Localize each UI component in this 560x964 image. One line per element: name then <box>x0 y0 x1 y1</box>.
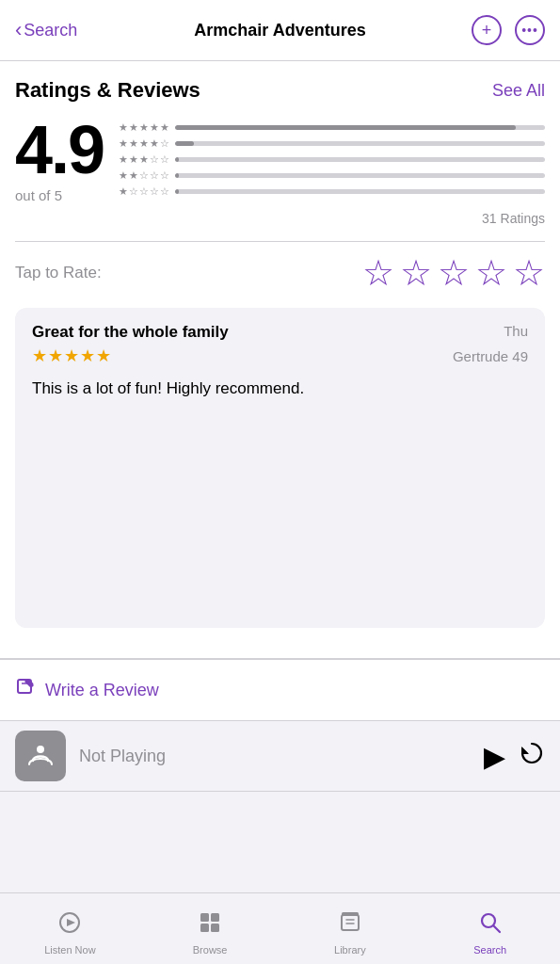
write-review-section[interactable]: Write a Review <box>0 659 560 720</box>
bottom-spacer <box>0 792 560 863</box>
tab-bar: Listen Now Browse Library <box>0 892 560 964</box>
svg-rect-6 <box>211 913 219 922</box>
more-button[interactable]: ••• <box>515 15 545 45</box>
search-icon <box>478 910 503 940</box>
rate-star-2[interactable]: ☆ <box>400 255 432 291</box>
review-star-5: ★ <box>96 345 111 366</box>
page-title: Armchair Adventures <box>109 21 451 40</box>
ratings-title: Ratings & Reviews <box>15 78 200 103</box>
svg-rect-8 <box>211 924 219 932</box>
bar-fill-4 <box>175 141 194 146</box>
tab-library[interactable]: Library <box>280 893 421 964</box>
back-button[interactable]: ‹ Search <box>15 20 109 40</box>
star-row-2: ★ ★ ☆ ☆ ☆ <box>119 169 545 182</box>
now-playing-bar: Not Playing ▶ <box>0 720 560 792</box>
star-row-5: ★ ★ ★ ★ ★ <box>119 121 545 134</box>
rating-score: 4.9 <box>15 116 104 184</box>
rate-star-4[interactable]: ☆ <box>475 255 507 291</box>
review-star-1: ★ <box>32 345 47 366</box>
bar-fill-3 <box>175 157 179 162</box>
library-icon <box>338 910 362 940</box>
review-date: Thu <box>504 323 528 339</box>
podcast-icon-wrap <box>15 731 66 781</box>
out-of-label: out of 5 <box>15 187 62 203</box>
ellipsis-icon: ••• <box>521 23 538 38</box>
ratings-count: 31 Ratings <box>15 211 545 226</box>
listen-now-icon <box>57 910 82 940</box>
tap-to-rate-label: Tap to Rate: <box>15 264 102 282</box>
four-stars: ★ ★ ★ ★ ☆ <box>119 137 169 150</box>
see-all-button[interactable]: See All <box>492 81 545 101</box>
back-label: Search <box>24 21 77 40</box>
tab-search-label: Search <box>473 944 506 956</box>
rate-star-5[interactable]: ☆ <box>513 255 545 291</box>
review-body: This is a lot of fun! Highly recommend. <box>32 378 528 400</box>
edit-icon <box>15 677 36 703</box>
bar-fill-1 <box>175 189 179 194</box>
bar-track-4 <box>175 141 545 146</box>
plus-icon: + <box>482 21 492 40</box>
five-stars: ★ ★ ★ ★ ★ <box>119 121 169 134</box>
review-title: Great for the whole family <box>32 323 229 342</box>
divider-1 <box>15 241 545 242</box>
review-author: Gertrude 49 <box>453 348 528 364</box>
main-content: Ratings & Reviews See All 4.9 out of 5 ★… <box>0 61 560 659</box>
add-button[interactable]: + <box>472 15 502 45</box>
tab-listen-now[interactable]: Listen Now <box>0 893 140 964</box>
tab-library-label: Library <box>334 944 366 956</box>
now-playing-status: Not Playing <box>79 747 471 766</box>
svg-marker-2 <box>521 747 529 754</box>
rating-summary: 4.9 out of 5 ★ ★ ★ ★ ★ ★ ★ <box>15 116 545 203</box>
play-button[interactable]: ▶ <box>484 740 505 773</box>
rate-stars[interactable]: ☆ ☆ ☆ ☆ ☆ <box>362 255 545 291</box>
bar-track-2 <box>175 173 545 178</box>
review-card-header: Great for the whole family Thu <box>32 323 528 342</box>
bar-track-5 <box>175 125 545 130</box>
tab-listen-now-label: Listen Now <box>44 944 95 956</box>
svg-rect-9 <box>342 915 359 930</box>
bar-track-1 <box>175 189 545 194</box>
chevron-left-icon: ‹ <box>15 20 22 40</box>
big-rating: 4.9 out of 5 <box>15 116 104 203</box>
rate-star-3[interactable]: ☆ <box>438 255 470 291</box>
star-row-1: ★ ☆ ☆ ☆ ☆ <box>119 185 545 198</box>
podcast-icon <box>25 738 56 775</box>
browse-icon <box>198 910 222 940</box>
bar-fill-5 <box>175 125 515 130</box>
svg-point-1 <box>37 746 44 753</box>
svg-marker-4 <box>67 919 75 926</box>
three-stars: ★ ★ ★ ☆ ☆ <box>119 153 169 166</box>
write-review-button[interactable]: Write a Review <box>45 681 159 700</box>
tab-browse[interactable]: Browse <box>140 893 280 964</box>
review-star-2: ★ <box>48 345 63 366</box>
ratings-header: Ratings & Reviews See All <box>15 78 545 103</box>
svg-rect-10 <box>342 912 359 916</box>
bar-track-3 <box>175 157 545 162</box>
nav-bar: ‹ Search Armchair Adventures + ••• <box>0 0 560 61</box>
refresh-button[interactable] <box>519 740 545 773</box>
tab-search[interactable]: Search <box>420 893 560 964</box>
tab-browse-label: Browse <box>193 944 228 956</box>
svg-line-14 <box>493 925 500 932</box>
star-row-3: ★ ★ ★ ☆ ☆ <box>119 153 545 166</box>
nav-actions: + ••• <box>451 15 545 45</box>
rate-star-1[interactable]: ☆ <box>362 255 394 291</box>
svg-rect-5 <box>200 913 209 922</box>
tap-to-rate-row: Tap to Rate: ☆ ☆ ☆ ☆ ☆ <box>15 255 545 291</box>
bar-fill-2 <box>175 173 179 178</box>
two-stars: ★ ★ ☆ ☆ ☆ <box>119 169 169 182</box>
review-card: Great for the whole family Thu ★ ★ ★ ★ ★… <box>15 308 545 628</box>
review-star-4: ★ <box>80 345 95 366</box>
review-star-3: ★ <box>64 345 79 366</box>
star-row-4: ★ ★ ★ ★ ☆ <box>119 137 545 150</box>
one-star: ★ ☆ ☆ ☆ ☆ <box>119 185 169 198</box>
svg-rect-7 <box>200 924 209 932</box>
review-stars: ★ ★ ★ ★ ★ <box>32 345 111 366</box>
star-bars: ★ ★ ★ ★ ★ ★ ★ ★ ★ ☆ <box>119 121 545 198</box>
review-stars-row: ★ ★ ★ ★ ★ Gertrude 49 <box>32 345 528 366</box>
